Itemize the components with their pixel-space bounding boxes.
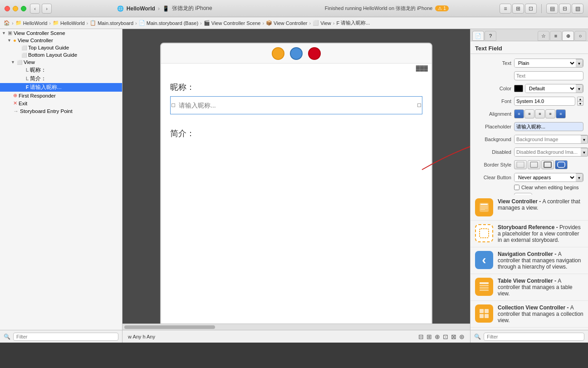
tree-item-textfield-selected[interactable]: F 请输入昵称... [0, 83, 122, 92]
nickname-input[interactable] [179, 98, 414, 112]
minimize-button[interactable] [13, 6, 18, 11]
inspector-tab-bar: 📄 ? ☆ ≡ ⊕ ○ [470, 29, 588, 41]
file-inspector-tab[interactable]: 📄 [472, 31, 484, 41]
nav-forward-button[interactable]: › [42, 4, 52, 14]
maximize-button[interactable] [21, 6, 26, 11]
align-natural-btn[interactable]: ≡ [556, 109, 566, 118]
navigator-toggle-button[interactable]: ▤ [546, 4, 558, 14]
bc-mainstoryboard[interactable]: 📋 Main.storyboard [90, 20, 133, 26]
selection-handle-right[interactable] [417, 103, 421, 107]
textfield-row[interactable] [170, 96, 422, 114]
editor-version-button[interactable]: ⊡ [525, 4, 537, 14]
bc-vc[interactable]: 📦 View Controller [266, 20, 307, 26]
attr-inspector-tab[interactable]: ≡ [550, 31, 562, 41]
quick-help-tab[interactable]: ? [485, 31, 496, 41]
placeholder-label: Placeholder [475, 124, 511, 129]
selection-handle-left[interactable] [172, 103, 175, 107]
app-icon: 🌐 [117, 5, 124, 12]
color-select[interactable]: Default [525, 84, 576, 93]
iphone-frame[interactable]: ▓▓▓ 昵称： 简介： [160, 43, 432, 324]
tree-item-vc[interactable]: ▼ ● View Controller [0, 37, 122, 44]
right-filter-input[interactable] [484, 333, 584, 341]
border-line-btn[interactable] [528, 160, 540, 169]
component-vc[interactable]: View Controller - A controller that mana… [470, 195, 588, 221]
component-collection-vc[interactable]: Collection View Controller - A controlle… [470, 301, 588, 328]
debug-toggle-button[interactable]: ⊟ [559, 4, 571, 14]
svg-rect-13 [480, 287, 489, 289]
canvas-icon-5[interactable]: ⊠ [451, 333, 456, 340]
bc-helloworld-2[interactable]: 📁 HelloWorld [53, 20, 85, 26]
bg-select-wrap: ▼ [514, 135, 588, 144]
component-storyboard-ref[interactable]: Storyboard Reference - Provides a placeh… [470, 221, 588, 247]
tree-item-bottom-guide[interactable]: ⬜ Bottom Layout Guide [0, 51, 122, 59]
bc-mainstoryboard-base[interactable]: 📄 Main.storyboard (Base) [139, 20, 198, 26]
tree-item-first-responder[interactable]: ⊕ First Responder [0, 92, 122, 99]
align-right-btn[interactable]: ≡ [535, 109, 545, 118]
entry-arrow-icon: → [13, 108, 19, 114]
textfield-icon: F [336, 20, 339, 26]
view-icon: ⬜ [313, 20, 319, 26]
svg-rect-1 [517, 162, 524, 167]
align-left-btn[interactable]: ≡ [514, 109, 524, 118]
tree-item-exit[interactable]: ✕ Exit [0, 99, 122, 107]
bg-value[interactable] [514, 135, 581, 143]
size-inspector-tab[interactable]: ⊕ [562, 31, 574, 41]
tree-item-label-nickname[interactable]: L 昵称： [0, 66, 122, 74]
inspector-toggle-button[interactable]: ▧ [572, 4, 583, 14]
canvas-icon-2[interactable]: ⊞ [426, 333, 432, 340]
scroll-thumb[interactable] [124, 325, 215, 329]
bc-vc-scene[interactable]: 🎬 View Controller Scene [204, 20, 261, 26]
clear-button-select[interactable]: Never appears Appears while editing Appe… [514, 173, 576, 182]
tree-item-scene[interactable]: ▼ ▣ View Controller Scene [0, 29, 122, 37]
font-size-down[interactable]: ▼ [577, 101, 583, 106]
alignment-label: Alignment [475, 111, 511, 117]
text-type-select[interactable]: Plain Attributed [514, 59, 576, 67]
text-value-input[interactable] [514, 71, 583, 80]
align-center-btn[interactable]: ≡ [524, 109, 534, 118]
tree-item-label-intro[interactable]: L 简介： [0, 74, 122, 83]
connections-inspector-tab[interactable]: ○ [574, 31, 586, 41]
bc-view[interactable]: ⬜ View [313, 20, 331, 26]
app-name: HelloWorld [127, 5, 155, 12]
canvas-icon-1[interactable]: ⊟ [418, 333, 424, 340]
canvas-icon-4[interactable]: ⊡ [443, 333, 448, 340]
svg-rect-14 [480, 289, 489, 291]
color-swatch[interactable] [514, 85, 523, 92]
placeholder-input[interactable] [514, 122, 583, 131]
svg-rect-3 [544, 162, 551, 167]
border-rounded-btn[interactable] [555, 160, 568, 169]
font-display[interactable]: System 14.0 [514, 97, 575, 106]
editor-assistant-button[interactable]: ⊞ [512, 4, 524, 14]
border-bezel-btn[interactable] [541, 160, 554, 169]
scene-tree-label: View Controller Scene [14, 30, 65, 36]
view-tree-icon: ⬜ [17, 60, 22, 65]
nav-back-button[interactable]: ‹ [30, 4, 40, 14]
canvas-content: ▓▓▓ 昵称： 简介： [122, 29, 470, 324]
editor-standard-button[interactable]: ≡ [500, 4, 511, 14]
canvas-icon-3[interactable]: ⊕ [435, 333, 440, 340]
close-button[interactable] [5, 6, 10, 11]
canvas-icon-6[interactable]: ⊛ [459, 333, 465, 340]
component-table-vc[interactable]: Table View Controller - A controller tha… [470, 274, 588, 301]
clear-select-arrow: ▼ [576, 173, 583, 182]
canvas-scroll[interactable]: ▓▓▓ 昵称： 简介： [122, 29, 470, 324]
font-value: System 14.0 [516, 98, 544, 104]
bc-helloworld-1[interactable]: 📁 HelloWorld [15, 20, 48, 26]
iphone-status-bar: ▓▓▓ [161, 64, 431, 73]
identity-inspector-tab[interactable]: ☆ [538, 31, 549, 41]
tree-item-entry-point[interactable]: → Storyboard Entry Point [0, 107, 122, 115]
sidebar-filter-input[interactable] [13, 333, 118, 341]
tree-item-top-guide[interactable]: ⬜ Top Layout Guide [0, 44, 122, 51]
bc-home[interactable]: 🏠 [4, 20, 10, 26]
label-icon-intro: L [26, 76, 29, 81]
component-nav-vc[interactable]: ‹ Navigation Controller - A controller t… [470, 247, 588, 274]
align-justify-btn[interactable]: ≡ [545, 109, 555, 118]
bc-textfield[interactable]: F 请输入昵称... [336, 20, 370, 26]
comp-icon-collection-vc [475, 304, 493, 323]
clear-editing-checkbox[interactable] [514, 185, 519, 190]
font-size-up[interactable]: ▲ [577, 97, 583, 101]
horizontal-scrollbar[interactable] [122, 324, 470, 330]
border-none-btn[interactable] [514, 160, 527, 169]
disabled-value[interactable] [514, 148, 581, 156]
tree-item-view[interactable]: ▼ ⬜ View [0, 59, 122, 66]
